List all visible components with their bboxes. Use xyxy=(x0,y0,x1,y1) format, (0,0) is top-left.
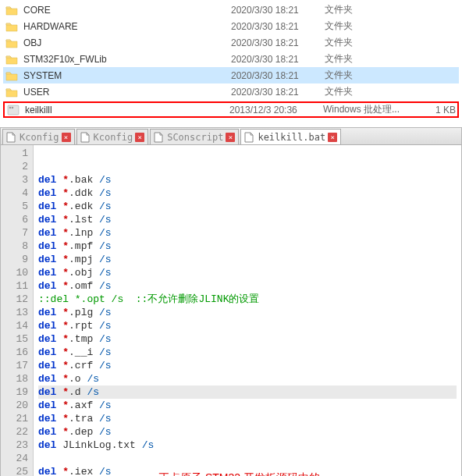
wildcard: * xyxy=(62,346,69,358)
svg-point-2 xyxy=(12,107,13,108)
file-row[interactable]: CORE2020/3/30 18:21文件夹 xyxy=(3,2,459,18)
wildcard: * xyxy=(62,413,69,424)
line-number: 20 xyxy=(2,399,28,412)
code-line[interactable]: del *.bak /s xyxy=(38,173,457,186)
code-line[interactable]: del *.__i /s xyxy=(38,346,457,359)
line-number: 7 xyxy=(2,226,28,240)
keyword: del xyxy=(38,426,56,438)
dot: . xyxy=(69,214,75,226)
file-type: 文件夹 xyxy=(325,69,418,82)
code-line[interactable]: del *.lnp /s xyxy=(38,226,457,240)
code-line[interactable]: del *.mpf /s xyxy=(38,240,457,253)
file-type: 文件夹 xyxy=(325,36,418,49)
code-line[interactable]: del *.edk /s xyxy=(38,200,457,213)
line-gutter: 1234567891011121314151617181920212223242… xyxy=(1,145,34,476)
code-line[interactable]: del *.crf /s xyxy=(38,359,457,372)
line-number: 16 xyxy=(2,346,28,359)
dot: . xyxy=(69,386,75,398)
line-number: 19 xyxy=(2,385,28,399)
code-line[interactable]: del *.dep /s xyxy=(38,425,457,439)
file-name: USER xyxy=(23,87,231,98)
wildcard: * xyxy=(62,214,69,226)
dot: . xyxy=(69,320,75,332)
close-icon[interactable]: × xyxy=(135,133,144,142)
code-area: 1234567891011121314151617181920212223242… xyxy=(1,145,461,476)
code-line[interactable]: del *.tra /s xyxy=(38,412,457,425)
code-line[interactable]: del *.o /s xyxy=(38,372,457,385)
switch: /s xyxy=(99,240,112,252)
file-row[interactable]: STM32F10x_FWLib2020/3/30 18:21文件夹 xyxy=(3,51,459,67)
folder-icon xyxy=(5,37,19,49)
keyword: del xyxy=(38,307,56,318)
code-line[interactable]: del *.lst /s xyxy=(38,213,457,226)
line-number: 23 xyxy=(2,439,28,452)
line-number: 4 xyxy=(2,186,28,200)
dot: . xyxy=(69,174,75,186)
file-type: Windows 批处理... xyxy=(323,103,417,116)
code-line[interactable]: del *.obj /s xyxy=(38,266,457,279)
switch: /s xyxy=(99,227,112,239)
file-icon xyxy=(80,132,91,143)
line-number: 13 xyxy=(2,306,28,319)
editor-tab[interactable]: SConscript× xyxy=(150,129,239,144)
file-row[interactable]: keilkilll2013/12/3 20:36Windows 批处理...1 … xyxy=(3,101,459,118)
ext: rpt xyxy=(75,320,93,332)
code-line[interactable]: del *.d /s xyxy=(38,385,457,399)
switch: /s xyxy=(99,400,112,411)
file-name: HARDWARE xyxy=(23,21,231,32)
close-icon[interactable]: × xyxy=(328,133,337,142)
code-line[interactable]: del *.plg /s xyxy=(38,306,457,319)
file-row[interactable]: USER2020/3/30 18:21文件夹 xyxy=(3,83,459,100)
editor-tab[interactable]: Kconfig× xyxy=(2,129,75,144)
line-number: 9 xyxy=(2,253,28,266)
file-row[interactable]: HARDWARE2020/3/30 18:21文件夹 xyxy=(3,18,459,34)
dot: . xyxy=(69,307,75,318)
dot: . xyxy=(69,346,75,358)
ext: lnp xyxy=(75,227,93,239)
line-number: 18 xyxy=(2,372,28,385)
keyword: del xyxy=(38,240,56,252)
line-number: 21 xyxy=(2,412,28,425)
code-line[interactable]: del *.axf /s xyxy=(38,399,457,412)
line-number: 14 xyxy=(2,319,28,332)
dot: . xyxy=(69,201,75,212)
ext: bak xyxy=(75,174,93,186)
line-number: 24 xyxy=(2,452,28,465)
switch: /s xyxy=(99,201,112,212)
code-line[interactable]: del *.rpt /s xyxy=(38,319,457,332)
switch: /s xyxy=(142,439,155,451)
code-line[interactable]: ::del *.opt /s ::不允许删除JLINK的设置 xyxy=(38,293,457,306)
close-icon[interactable]: × xyxy=(226,133,235,142)
file-type: 文件夹 xyxy=(325,20,418,33)
code-line[interactable]: del *.ddk /s xyxy=(38,186,457,200)
dot: . xyxy=(69,466,75,476)
svg-rect-0 xyxy=(8,105,19,115)
file-name: OBJ xyxy=(23,37,231,48)
code-line[interactable]: del *.omf /s xyxy=(38,279,457,293)
editor-tab[interactable]: Kconfig× xyxy=(76,129,149,144)
file-icon xyxy=(6,132,17,143)
keyword: del xyxy=(38,386,56,398)
keyword: del xyxy=(38,187,56,199)
keyword: del xyxy=(38,227,56,239)
code-line[interactable]: del *.mpj /s xyxy=(38,253,457,266)
keyword: del xyxy=(38,400,56,411)
annotation: 正点原子 STM32 开发板源码中的 自动清除工程的脚本 xyxy=(158,439,320,476)
dot: . xyxy=(69,413,75,424)
tab-label: Kconfig xyxy=(94,132,133,143)
file-row[interactable]: OBJ2020/3/30 18:21文件夹 xyxy=(3,34,459,51)
line-number: 17 xyxy=(2,359,28,372)
close-icon[interactable]: × xyxy=(62,133,71,142)
editor-tab[interactable]: keilkill.bat× xyxy=(240,129,341,144)
line-number: 11 xyxy=(2,279,28,293)
line-number: 5 xyxy=(2,200,28,213)
code-line[interactable]: del *.tmp /s xyxy=(38,332,457,346)
file-row[interactable]: SYSTEM2020/3/30 18:21文件夹 xyxy=(3,67,459,83)
line-number: 12 xyxy=(2,293,28,306)
file-date: 2020/3/30 18:21 xyxy=(231,54,325,65)
line-number: 10 xyxy=(2,266,28,279)
ext: o xyxy=(75,373,81,385)
switch: /s xyxy=(99,426,112,438)
keyword: del xyxy=(38,360,56,371)
file-size: 1 KB xyxy=(417,105,456,115)
